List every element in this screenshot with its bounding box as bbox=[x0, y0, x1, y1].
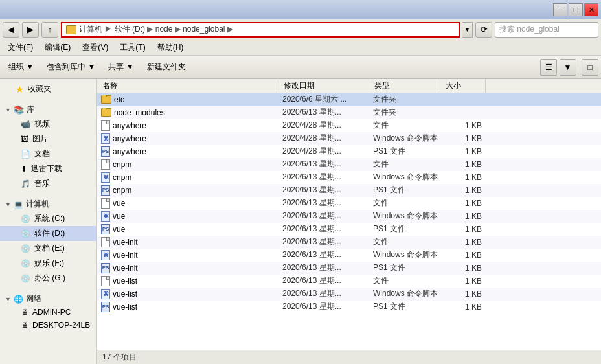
path-part-1[interactable]: 计算机 bbox=[79, 25, 102, 34]
sidebar-xunlei[interactable]: ⬇ 迅雷下载 bbox=[0, 161, 96, 176]
sidebar-favorites-label: 收藏夹 bbox=[28, 84, 51, 95]
sidebar-drive-f[interactable]: 💿 娱乐 (F:) bbox=[0, 256, 96, 271]
cell-date: 2020/6/13 星期... bbox=[278, 107, 369, 118]
table-row[interactable]: ⌘ anywhere 2020/4/28 星期... Windows 命令脚本 … bbox=[97, 132, 601, 145]
file-name: vue bbox=[113, 212, 125, 221]
table-row[interactable]: ⌘ cnpm 2020/6/13 星期... Windows 命令脚本 1 KB bbox=[97, 171, 601, 184]
table-row[interactable]: ⌘ vue-init 2020/6/13 星期... Windows 命令脚本 … bbox=[97, 249, 601, 262]
table-row[interactable]: cnpm 2020/6/13 星期... 文件 1 KB bbox=[97, 158, 601, 171]
expand-computer-icon[interactable]: ▼ bbox=[5, 201, 11, 208]
menu-file[interactable]: 文件(F) bbox=[3, 41, 38, 54]
file-name: anywhere bbox=[113, 147, 146, 156]
table-row[interactable]: node_modules 2020/6/13 星期... 文件夹 bbox=[97, 106, 601, 119]
table-row[interactable]: PS anywhere 2020/4/28 星期... PS1 文件 1 KB bbox=[97, 145, 601, 158]
sidebar-drive-c[interactable]: 💿 系统 (C:) bbox=[0, 211, 96, 226]
sidebar-music-label: 音乐 bbox=[34, 178, 50, 189]
view-details-button[interactable]: ▼ bbox=[560, 59, 576, 76]
refresh-button[interactable]: ⟳ bbox=[475, 22, 492, 38]
cell-date: 2020/4/28 星期... bbox=[278, 120, 369, 131]
col-header-date[interactable]: 修改日期 bbox=[278, 79, 369, 93]
ps1-icon: PS bbox=[101, 146, 110, 157]
sidebar-drive-d[interactable]: 💿 软件 (D:) bbox=[0, 226, 96, 241]
back-button[interactable]: ◀ bbox=[3, 22, 19, 38]
sidebar-pictures-label: 图片 bbox=[32, 133, 48, 144]
col-header-size[interactable]: 大小 bbox=[440, 79, 486, 93]
table-row[interactable]: etc 2020/6/6 星期六 ... 文件夹 bbox=[97, 93, 601, 106]
sidebar-favorites[interactable]: ★ 收藏夹 bbox=[0, 82, 96, 97]
table-row[interactable]: ⌘ vue 2020/6/13 星期... Windows 命令脚本 1 KB bbox=[97, 210, 601, 223]
file-name: vue-init bbox=[113, 264, 138, 273]
cell-size: 1 KB bbox=[440, 173, 486, 182]
menu-help-label: 帮助(H) bbox=[157, 43, 184, 52]
file-icon bbox=[101, 276, 110, 286]
up-button[interactable]: ↑ bbox=[41, 22, 58, 38]
expand-library-icon[interactable]: ▼ bbox=[5, 107, 11, 113]
table-row[interactable]: vue 2020/6/13 星期... 文件 1 KB bbox=[97, 197, 601, 210]
cell-size: 1 KB bbox=[440, 160, 486, 169]
col-header-name[interactable]: 名称 bbox=[97, 79, 278, 93]
share-button[interactable]: 共享 ▼ bbox=[102, 58, 139, 76]
menu-bar: 文件(F) 编辑(E) 查看(V) 工具(T) 帮助(H) bbox=[0, 40, 601, 56]
sidebar-drive-g[interactable]: 💿 办公 (G:) bbox=[0, 271, 96, 286]
new-folder-button[interactable]: 新建文件夹 bbox=[141, 58, 192, 76]
cell-type: Windows 命令脚本 bbox=[369, 172, 440, 183]
folder-icon bbox=[66, 25, 76, 34]
table-row[interactable]: anywhere 2020/4/28 星期... 文件 1 KB bbox=[97, 119, 601, 132]
menu-edit[interactable]: 编辑(E) bbox=[40, 41, 76, 54]
menu-tools[interactable]: 工具(T) bbox=[115, 41, 150, 54]
table-row[interactable]: PS vue-init 2020/6/13 星期... PS1 文件 1 KB bbox=[97, 262, 601, 275]
table-row[interactable]: ⌘ vue-list 2020/6/13 星期... Windows 命令脚本 … bbox=[97, 288, 601, 301]
menu-view[interactable]: 查看(V) bbox=[77, 41, 113, 54]
cmd-icon: ⌘ bbox=[101, 250, 110, 260]
table-row[interactable]: vue-init 2020/6/13 星期... 文件 1 KB bbox=[97, 236, 601, 249]
sidebar-desktop-24lb[interactable]: 🖥 DESKTOP-24LB bbox=[0, 319, 96, 332]
sidebar-documents[interactable]: 📄 文档 bbox=[0, 146, 96, 161]
documents-icon: 📄 bbox=[21, 150, 30, 159]
preview-button[interactable]: □ bbox=[582, 59, 598, 76]
close-button[interactable]: ✕ bbox=[584, 3, 598, 16]
menu-help[interactable]: 帮助(H) bbox=[152, 41, 189, 54]
cell-date: 2020/4/28 星期... bbox=[278, 146, 369, 157]
file-name: vue-init bbox=[113, 251, 138, 260]
sidebar-music[interactable]: 🎵 音乐 bbox=[0, 176, 96, 191]
cell-type: 文件夹 bbox=[369, 107, 440, 118]
view-toggle-button[interactable]: ☰ bbox=[540, 59, 557, 76]
search-box[interactable]: 搜索 node_global bbox=[495, 22, 598, 38]
path-part-4[interactable]: node_global bbox=[183, 25, 225, 34]
minimize-button[interactable]: ─ bbox=[553, 3, 567, 16]
path-part-3[interactable]: node bbox=[155, 25, 173, 34]
maximize-button[interactable]: □ bbox=[569, 3, 583, 16]
cell-type: PS1 文件 bbox=[369, 185, 440, 196]
sidebar-library-header: ▼ 📚 库 bbox=[0, 102, 96, 117]
sidebar-admin-pc[interactable]: 🖥 ADMIN-PC bbox=[0, 306, 96, 319]
cell-size: 1 KB bbox=[440, 199, 486, 208]
new-folder-label: 新建文件夹 bbox=[147, 62, 186, 73]
table-row[interactable]: PS vue-list 2020/6/13 星期... PS1 文件 1 KB bbox=[97, 301, 601, 313]
sidebar-video[interactable]: 📹 视频 bbox=[0, 117, 96, 131]
drive-g-icon: 💿 bbox=[21, 274, 30, 283]
expand-network-icon[interactable]: ▼ bbox=[5, 296, 11, 302]
address-box[interactable]: 计算机 ▶ 软件 (D:) ▶ node ▶ node_global ▶ bbox=[61, 22, 460, 38]
address-dropdown-button[interactable]: ▼ bbox=[462, 22, 473, 38]
folder-icon bbox=[101, 95, 111, 104]
cell-size: 1 KB bbox=[440, 225, 486, 234]
cmd-icon: ⌘ bbox=[101, 133, 110, 144]
cell-name: PS vue-init bbox=[97, 263, 278, 273]
table-row[interactable]: PS cnpm 2020/6/13 星期... PS1 文件 1 KB bbox=[97, 184, 601, 197]
cell-name: PS vue bbox=[97, 224, 278, 234]
include-library-button[interactable]: 包含到库中 ▼ bbox=[41, 58, 101, 76]
cell-name: PS anywhere bbox=[97, 146, 278, 157]
path-part-2[interactable]: 软件 (D:) bbox=[115, 25, 145, 34]
organize-button[interactable]: 组织 ▼ bbox=[3, 58, 40, 76]
table-row[interactable]: vue-list 2020/6/13 星期... 文件 1 KB bbox=[97, 275, 601, 288]
path-separator-1: ▶ bbox=[104, 25, 114, 34]
cell-type: 文件 bbox=[369, 275, 440, 286]
file-name: vue bbox=[113, 199, 125, 208]
folder-icon bbox=[101, 108, 111, 117]
table-row[interactable]: PS vue 2020/6/13 星期... PS1 文件 1 KB bbox=[97, 223, 601, 236]
cell-name: anywhere bbox=[97, 120, 278, 131]
sidebar-pictures[interactable]: 🖼 图片 bbox=[0, 131, 96, 146]
col-header-type[interactable]: 类型 bbox=[369, 79, 440, 93]
forward-button[interactable]: ▶ bbox=[22, 22, 39, 38]
sidebar-drive-e[interactable]: 💿 文档 (E:) bbox=[0, 241, 96, 256]
